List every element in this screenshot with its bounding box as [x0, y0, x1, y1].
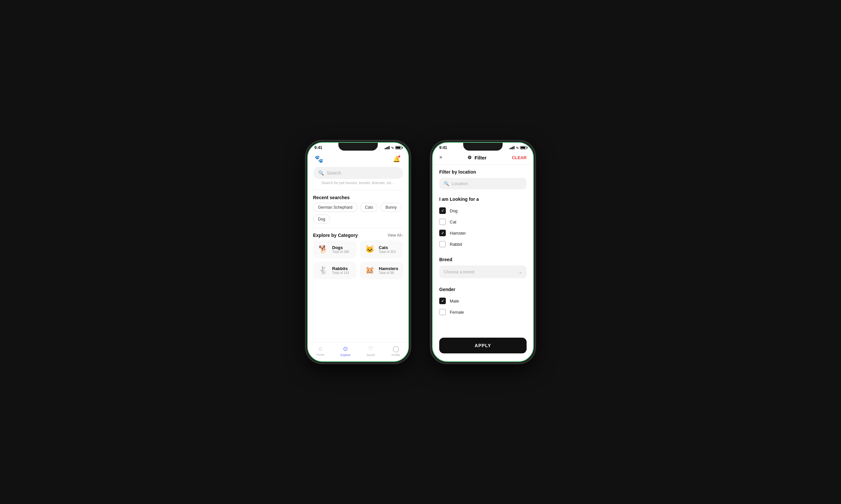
cats-icon: 🐱	[364, 245, 376, 254]
gender-section: Gender Male Female	[433, 282, 533, 320]
tab-home-label: Home	[316, 353, 324, 356]
profile-icon: ◯	[393, 345, 399, 353]
rabbits-info: Rabbits Total of 143	[332, 266, 349, 275]
rabbits-icon: 🐇	[317, 266, 329, 275]
filter-title-row: ⚙ Filter	[467, 155, 486, 160]
checkbox-female-label: Female	[450, 310, 464, 315]
breed-select[interactable]: Choose a breed ⌄	[439, 266, 527, 278]
status-time-left: 9:41	[314, 145, 322, 150]
checkbox-rabbit-label: Rabbit	[450, 242, 462, 247]
gender-section-title: Gender	[439, 287, 527, 292]
notification-badge	[398, 155, 400, 158]
recent-searches-header: Recent searches	[308, 190, 408, 203]
looking-for-title: I am Looking for a	[439, 197, 527, 202]
status-icons-right: ∿	[510, 146, 527, 150]
breed-placeholder: Choose a breed	[444, 269, 474, 274]
tag-dog[interactable]: Dog	[313, 215, 330, 224]
search-hint: Search for pet houses, breeds, Animals, …	[313, 179, 403, 189]
cats-name: Cats	[379, 245, 396, 250]
tab-saved[interactable]: ♡ Saved	[358, 345, 383, 357]
dogs-info: Dogs Total of 280	[332, 245, 349, 254]
checkbox-dog[interactable]: Dog	[439, 205, 527, 216]
left-phone: 9:41 ∿ 🐾 🔔	[306, 141, 411, 363]
dogs-count: Total of 280	[332, 250, 349, 254]
breed-section: Breed Choose a breed ⌄	[433, 252, 533, 282]
checkbox-male[interactable]: Male	[439, 295, 527, 306]
looking-for-section: I am Looking for a Dog Cat Hamster Rabbi…	[433, 192, 533, 252]
tab-profile-label: Profile	[392, 354, 400, 357]
checkbox-male-box[interactable]	[439, 298, 446, 304]
heart-icon: ♡	[368, 345, 373, 353]
battery-icon	[395, 146, 402, 149]
tab-bar: ⌂ Home ⊙ Explore ♡ Saved ◯ Profile	[308, 342, 408, 360]
tab-saved-label: Saved	[366, 354, 375, 357]
checkbox-hamster-label: Hamster	[450, 231, 466, 236]
hamsters-info: Hamsters Total of 98	[379, 266, 398, 275]
explore-icon: ⊙	[343, 345, 348, 353]
search-icon: 🔍	[318, 170, 324, 176]
rabbits-count: Total of 143	[332, 271, 349, 275]
status-icons-left: ∿	[385, 146, 402, 150]
app-logo: 🐾	[314, 155, 323, 163]
tab-profile[interactable]: ◯ Profile	[383, 345, 409, 357]
status-time-right: 9:41	[439, 145, 447, 150]
tag-bunny[interactable]: Bunny	[380, 203, 401, 212]
dogs-name: Dogs	[332, 245, 349, 250]
breed-section-title: Breed	[439, 257, 527, 262]
clear-button[interactable]: CLEAR	[512, 155, 527, 160]
checkbox-male-label: Male	[450, 299, 459, 304]
filter-header: × ⚙ Filter CLEAR	[433, 150, 533, 165]
apply-button[interactable]: APPLY	[439, 338, 527, 354]
checkbox-female[interactable]: Female	[439, 306, 527, 318]
wifi-icon: ∿	[391, 146, 394, 150]
chevron-right-icon: ›	[402, 234, 403, 237]
notch-right	[463, 143, 503, 150]
notification-button[interactable]: 🔔	[391, 154, 402, 164]
tab-home[interactable]: ⌂ Home	[308, 345, 333, 357]
checkbox-hamster[interactable]: Hamster	[439, 228, 527, 238]
main-screen: 🐾 🔔 🔍 Search Search for pet houses, bree…	[308, 150, 408, 360]
signal-icon	[385, 146, 390, 149]
tag-german-schephard[interactable]: German Schephard	[313, 203, 357, 212]
hamsters-icon: 🐹	[364, 266, 376, 275]
checkbox-cat-label: Cat	[450, 219, 456, 224]
category-dogs[interactable]: 🐕 Dogs Total of 280	[313, 240, 357, 258]
category-rabbits[interactable]: 🐇 Rabbits Total of 143	[313, 262, 357, 279]
checkbox-female-box[interactable]	[439, 309, 446, 315]
location-input[interactable]: 🔍 Location	[439, 178, 527, 189]
category-cats[interactable]: 🐱 Cats Total of 353	[360, 240, 403, 258]
checkbox-rabbit-box[interactable]	[439, 241, 446, 247]
hamsters-count: Total of 98	[379, 271, 398, 275]
rabbits-name: Rabbits	[332, 266, 349, 271]
signal-icon-right	[510, 146, 514, 149]
checkbox-rabbit[interactable]: Rabbit	[439, 238, 527, 250]
filter-title: Filter	[474, 155, 486, 160]
view-all-button[interactable]: View All ›	[388, 233, 403, 237]
checkbox-dog-label: Dog	[450, 209, 458, 213]
hamsters-name: Hamsters	[379, 266, 398, 271]
recent-tags: German Schephard Cats Bunny Dog	[308, 203, 408, 228]
search-container: 🔍 Search Search for pet houses, breeds, …	[308, 167, 408, 190]
search-box[interactable]: 🔍 Search	[313, 167, 403, 179]
checkbox-cat-box[interactable]	[439, 218, 446, 225]
category-grid: 🐕 Dogs Total of 280 🐱 Cats Total of 353 …	[308, 240, 408, 285]
tab-explore-label: Explore	[340, 354, 350, 357]
explore-title: Explore by Category	[313, 233, 358, 238]
location-section: Filter by location 🔍 Location	[433, 165, 533, 192]
location-section-title: Filter by location	[439, 169, 527, 175]
cats-info: Cats Total of 353	[379, 245, 396, 254]
location-icon: 🔍	[444, 181, 449, 186]
battery-icon-right	[520, 146, 527, 149]
location-placeholder: Location	[452, 181, 468, 186]
category-hamsters[interactable]: 🐹 Hamsters Total of 98	[360, 262, 403, 279]
tag-cats[interactable]: Cats	[360, 203, 378, 212]
notch	[338, 143, 378, 150]
tab-explore[interactable]: ⊙ Explore	[333, 345, 358, 357]
close-button[interactable]: ×	[439, 155, 442, 160]
checkbox-cat[interactable]: Cat	[439, 216, 527, 228]
home-icon: ⌂	[319, 345, 322, 352]
wifi-icon-right: ∿	[516, 146, 519, 150]
dogs-icon: 🐕	[317, 245, 329, 254]
checkbox-hamster-box[interactable]	[439, 230, 446, 236]
checkbox-dog-box[interactable]	[439, 208, 446, 214]
